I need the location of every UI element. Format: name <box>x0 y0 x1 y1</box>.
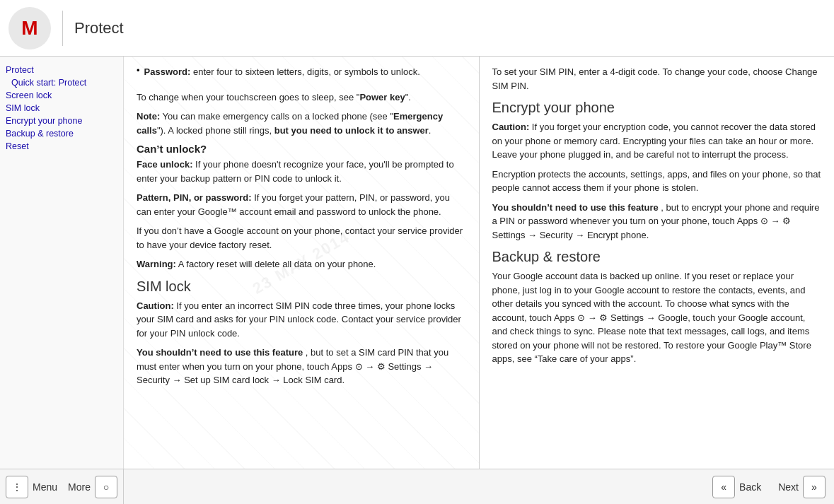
change-text: To change when your touchscreen goes to … <box>137 90 466 105</box>
main-area: Protect Quick start: Protect Screen lock… <box>0 57 834 469</box>
note-label: Note: <box>137 111 160 122</box>
encrypt-heading: Encrypt your phone <box>492 100 822 116</box>
footer-left: ⋮ Menu More ○ <box>0 469 124 504</box>
more-label: More <box>68 481 91 493</box>
warning-paragraph: Warning: A factory reset will delete all… <box>137 257 466 271</box>
caution-sim-text: If you enter an incorrect SIM PIN code t… <box>137 300 461 339</box>
back-icon: « <box>712 476 735 498</box>
cant-unlock-heading: Can’t unlock? <box>137 143 466 155</box>
page-title: Protect <box>74 19 124 37</box>
menu-button[interactable]: ⋮ Menu <box>6 476 57 498</box>
warning-text: A factory reset will delete all data on … <box>178 259 376 269</box>
pattern-label: Pattern, PIN, or password: <box>137 192 252 203</box>
encrypt-protection-text: Encryption protects the accounts, settin… <box>492 168 822 195</box>
encrypt-caution-text: If you forget your encryption code, you … <box>492 122 816 160</box>
content-panels: 23 MAY 2014 • Password: enter four to si… <box>124 57 834 469</box>
encrypt-shouldnt-label: You shouldn’t need to use this feature <box>492 202 659 213</box>
password-detail: enter four to sixteen letters, digits, o… <box>193 66 420 77</box>
caution-label: Caution: <box>137 300 174 311</box>
backup-heading: Backup & restore <box>492 249 822 265</box>
panel-left: 23 MAY 2014 • Password: enter four to si… <box>124 57 480 469</box>
caution-sim-paragraph: Caution: If you enter an incorrect SIM P… <box>137 299 466 341</box>
pattern-paragraph: Pattern, PIN, or password: If you forget… <box>137 191 466 218</box>
shouldnt-label: You shouldn’t need to use this feature <box>137 347 303 358</box>
footer: ⋮ Menu More ○ « Back Next » <box>0 469 834 504</box>
sidebar: Protect Quick start: Protect Screen lock… <box>0 57 124 469</box>
sidebar-item-screen-lock[interactable]: Screen lock <box>3 89 120 102</box>
back-label: Back <box>739 481 761 493</box>
next-label: Next <box>778 481 799 493</box>
menu-label: Menu <box>33 481 57 493</box>
sidebar-item-backup[interactable]: Backup & restore <box>3 127 120 140</box>
more-button[interactable]: More ○ <box>68 476 117 498</box>
unlock-bold: but you need to unlock it to answer <box>274 125 429 136</box>
backup-text: Your Google account data is backed up on… <box>492 269 822 366</box>
no-google-text: If you don’t have a Google account on yo… <box>137 224 466 252</box>
face-unlock-label: Face unlock: <box>137 159 192 170</box>
motorola-logo: M <box>8 7 51 49</box>
logo-letter: M <box>21 17 37 40</box>
note-paragraph: Note: You can make emergency calls on a … <box>137 110 466 137</box>
bullet-dot: • <box>137 65 140 85</box>
sidebar-item-quick-start[interactable]: Quick start: Protect <box>3 76 120 89</box>
next-button[interactable]: Next » <box>778 476 826 498</box>
sidebar-item-sim-lock[interactable]: SIM lock <box>3 102 120 115</box>
encrypt-shouldnt-paragraph: You shouldn’t need to use this feature ,… <box>492 201 822 242</box>
more-icon: ○ <box>95 476 117 498</box>
encrypt-caution-paragraph: Caution: If you forget your encryption c… <box>492 120 822 162</box>
menu-icon: ⋮ <box>6 476 28 498</box>
face-unlock-paragraph: Face unlock: If your phone doesn't recog… <box>137 158 466 185</box>
back-button[interactable]: « Back <box>712 476 761 498</box>
shouldnt-sim-paragraph: You shouldn’t need to use this feature ,… <box>137 346 466 387</box>
sidebar-item-reset[interactable]: Reset <box>3 140 120 153</box>
sidebar-item-encrypt[interactable]: Encrypt your phone <box>3 115 120 127</box>
header: M Protect <box>0 0 834 57</box>
panel-right: To set your SIM PIN, enter a 4-digit cod… <box>480 57 835 469</box>
sim-lock-heading: SIM lock <box>137 279 466 295</box>
password-label: Password: <box>144 66 191 77</box>
sim-pin-text: To set your SIM PIN, enter a 4-digit cod… <box>492 65 822 93</box>
next-icon: » <box>803 476 826 498</box>
footer-right: « Back Next » <box>124 476 834 498</box>
power-key-ref: Power key <box>359 92 405 102</box>
note-text: You can make emergency calls on a locked… <box>137 111 443 136</box>
password-text: Password: enter four to sixteen letters,… <box>144 65 420 79</box>
bullet-password: • Password: enter four to sixteen letter… <box>137 65 466 85</box>
header-divider <box>62 11 63 46</box>
encrypt-caution-label: Caution: <box>492 122 530 132</box>
sidebar-item-protect[interactable]: Protect <box>3 64 120 76</box>
warning-label: Warning: <box>137 259 176 269</box>
